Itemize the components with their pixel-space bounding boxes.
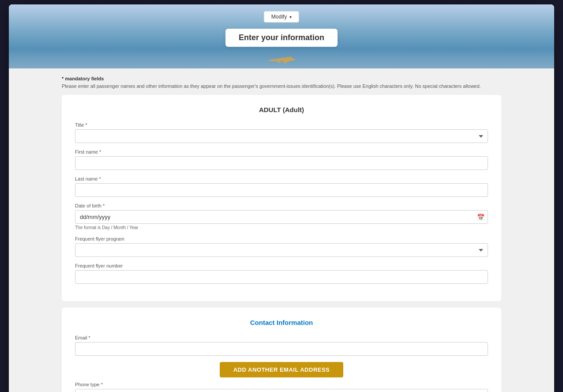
dob-hint: The format is Day / Month / Year [75, 225, 488, 230]
ffn-input[interactable] [75, 270, 488, 284]
last-name-input[interactable] [75, 183, 488, 197]
dob-input[interactable] [75, 210, 488, 224]
page-title: Enter your information [225, 29, 338, 47]
last-name-group: Last name * [75, 176, 488, 197]
dob-input-wrapper: 📅 [75, 210, 488, 224]
contact-section-title: Contact Information [75, 319, 488, 326]
phone-type-group: Phone type * Personal Business Mobile [75, 382, 488, 392]
first-name-group: First name * [75, 149, 488, 170]
title-select[interactable]: Mr Mrs Ms Dr [75, 129, 488, 143]
main-content: * mandatory fields Please enter all pass… [9, 68, 554, 392]
add-email-button[interactable]: ADD ANOTHER EMAIL ADDRESS [220, 362, 343, 377]
first-name-input[interactable] [75, 156, 488, 170]
chevron-down-icon: ▾ [289, 15, 292, 19]
ffp-select[interactable]: Vietnam Airlines Lotusmiles [75, 243, 488, 257]
mandatory-star: * mandatory fields [62, 76, 104, 81]
dob-group: Date of birth * 📅 The format is Day / Mo… [75, 203, 488, 230]
ffp-label: Frequent flyer program [75, 236, 488, 241]
mandatory-desc: Please enter all passenger names and oth… [62, 83, 501, 90]
email-input[interactable] [75, 342, 488, 356]
mandatory-notes: * mandatory fields Please enter all pass… [62, 75, 501, 90]
ffp-group: Frequent flyer program Vietnam Airlines … [75, 236, 488, 257]
plane-icon [264, 54, 299, 66]
modify-button[interactable]: Modify ▾ [264, 11, 299, 23]
title-label: Title * [75, 122, 488, 128]
first-name-label: First name * [75, 149, 488, 155]
email-group: Email * [75, 335, 488, 356]
modify-label: Modify [271, 14, 287, 20]
email-label: Email * [75, 335, 488, 340]
ffn-group: Frequent flyer number [75, 263, 488, 284]
title-group: Title * Mr Mrs Ms Dr [75, 122, 488, 143]
phone-type-label: Phone type * [75, 382, 488, 387]
ffn-label: Frequent flyer number [75, 263, 488, 268]
contact-card: Contact Information Email * ADD ANOTHER … [62, 308, 501, 392]
calendar-icon[interactable]: 📅 [477, 214, 484, 221]
hero-banner: Modify ▾ Enter your information [9, 4, 554, 68]
adult-section-title: ADULT (Adult) [75, 106, 488, 113]
dob-label: Date of birth * [75, 203, 488, 208]
adult-card: ADULT (Adult) Title * Mr Mrs Ms Dr First… [62, 95, 501, 301]
last-name-label: Last name * [75, 176, 488, 181]
phone-type-select[interactable]: Personal Business Mobile [75, 389, 488, 392]
